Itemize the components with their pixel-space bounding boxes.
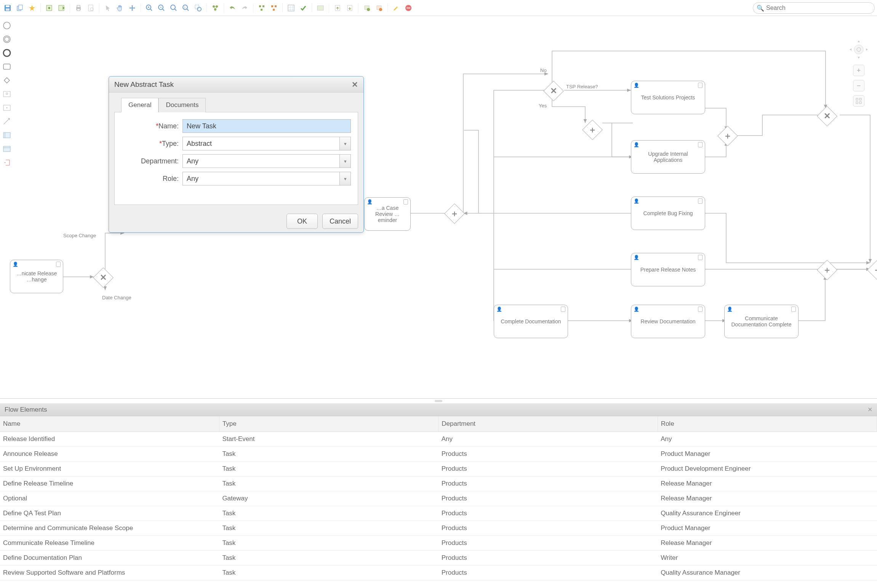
tab-general[interactable]: General	[121, 98, 158, 112]
doc-down-icon[interactable]	[344, 3, 355, 13]
end-event-icon[interactable]	[2, 48, 12, 58]
col-type[interactable]: Type	[219, 416, 438, 432]
table-row[interactable]: Determine and Communicate Release ScopeT…	[0, 521, 877, 536]
save-icon[interactable]	[2, 3, 13, 13]
cell-department: Products	[438, 447, 658, 462]
task-case-review-reminder[interactable]: 👤 …a Case Review …eminder	[364, 197, 411, 231]
svg-rect-44	[4, 78, 10, 83]
dialog-tabs: General Documents	[121, 98, 358, 112]
col-role[interactable]: Role	[658, 416, 877, 432]
task-review-documentation[interactable]: 👤 Review Documentation	[631, 305, 705, 338]
cell-type: Task	[219, 521, 438, 536]
zoom-out-icon[interactable]	[156, 3, 167, 13]
close-icon[interactable]: ✕	[352, 80, 358, 89]
new-icon[interactable]	[27, 3, 37, 13]
layout-icon[interactable]	[210, 3, 221, 13]
table-row[interactable]: Communicate Release TimelineTaskProducts…	[0, 536, 877, 551]
table-row[interactable]: Define Documentation PlanTaskProductsWri…	[0, 551, 877, 566]
validate-icon[interactable]	[298, 3, 309, 13]
svg-point-19	[197, 7, 201, 11]
zoom-fit-icon[interactable]	[168, 3, 179, 13]
task-complete-documentation[interactable]: 👤 Complete Documentation	[494, 305, 568, 338]
swimlane-h-icon[interactable]	[2, 130, 12, 140]
collapsed-subprocess-icon[interactable]	[2, 103, 12, 113]
map-icon[interactable]	[315, 3, 326, 13]
person-icon: 👤	[634, 198, 639, 204]
role-select[interactable]	[182, 172, 339, 185]
task-icon[interactable]	[2, 62, 12, 72]
table-row[interactable]: Define QA Test PlanTaskProductsQuality A…	[0, 506, 877, 521]
annotation-icon[interactable]	[2, 158, 12, 168]
table-row[interactable]: Set Up EnvironmentTaskProductsProduct De…	[0, 462, 877, 476]
cell-type: Task	[219, 566, 438, 580]
panel-resize-handle[interactable]	[0, 399, 877, 403]
pointer-icon[interactable]	[102, 3, 113, 13]
expanded-subprocess-icon[interactable]	[2, 89, 12, 99]
intermediate-event-icon[interactable]	[2, 34, 12, 44]
task-communicate-documentation-complete[interactable]: 👤 Communicate Documentation Complete	[724, 305, 799, 338]
task-communicate-release-change[interactable]: 👤 …nicate Release …hange	[10, 260, 63, 293]
table-row[interactable]: Define Release TimelineTaskProductsRelea…	[0, 476, 877, 491]
swimlane-v-icon[interactable]	[2, 144, 12, 154]
type-select[interactable]	[182, 137, 339, 150]
chevron-down-icon[interactable]: ▾	[339, 137, 351, 150]
doc-icon	[561, 307, 565, 312]
edit-icon[interactable]	[391, 3, 402, 13]
search-field[interactable]: 🔍	[753, 2, 875, 14]
flag-green-icon[interactable]	[362, 3, 372, 13]
preview-icon[interactable]	[85, 3, 96, 13]
person-icon: 👤	[634, 83, 639, 88]
relayout-icon[interactable]	[256, 3, 267, 13]
doc-up-icon[interactable]	[332, 3, 343, 13]
zoom-reset-icon[interactable]: 1	[181, 3, 191, 13]
gateway-icon[interactable]	[2, 75, 12, 85]
task-complete-bug-fixing[interactable]: 👤 Complete Bug Fixing	[631, 197, 705, 230]
table-row[interactable]: OptionalGatewayProductsRelease Manager	[0, 491, 877, 506]
auto-layout-icon[interactable]	[269, 3, 279, 13]
doc-icon	[698, 142, 703, 147]
close-icon[interactable]: ✕	[867, 406, 872, 413]
cell-role: Quality Assurance Manager	[658, 566, 877, 580]
delete-icon[interactable]	[403, 3, 414, 13]
grid-icon[interactable]	[286, 3, 296, 13]
zoom-in-button[interactable]: +	[853, 65, 864, 76]
print-icon[interactable]	[73, 3, 84, 13]
tab-documents[interactable]: Documents	[158, 98, 206, 112]
zoom-out-button[interactable]: −	[853, 80, 864, 91]
chevron-down-icon[interactable]: ▾	[339, 154, 351, 168]
task-prepare-release-notes[interactable]: 👤 Prepare Release Notes	[631, 253, 705, 286]
fit-screen-button[interactable]	[853, 95, 864, 107]
table-row[interactable]: Review Supported Software and PlatformsT…	[0, 566, 877, 580]
move-icon[interactable]	[127, 3, 138, 13]
table-row[interactable]: Announce ReleaseTaskProductsProduct Mana…	[0, 447, 877, 462]
import-icon[interactable]	[44, 3, 54, 13]
table-row[interactable]: Release IdentifiedStart-EventAnyAny	[0, 432, 877, 447]
dialog-titlebar[interactable]: New Abstract Task ✕	[109, 77, 363, 93]
flag-orange-icon[interactable]	[374, 3, 384, 13]
pan-icon[interactable]	[115, 3, 125, 13]
export-icon[interactable]	[56, 3, 67, 13]
cell-department: Products	[438, 476, 658, 491]
copy-icon[interactable]	[14, 3, 25, 13]
col-department[interactable]: Department	[438, 416, 658, 432]
task-upgrade-internal-applications[interactable]: 👤 Upgrade Internal Applications	[631, 140, 705, 174]
connector-icon[interactable]	[2, 117, 12, 126]
shape-palette	[0, 16, 14, 168]
ok-button[interactable]: OK	[286, 214, 318, 229]
chevron-down-icon[interactable]: ▾	[339, 172, 351, 185]
redo-icon[interactable]	[239, 3, 250, 13]
cancel-button[interactable]: Cancel	[322, 214, 358, 229]
col-name[interactable]: Name	[0, 416, 219, 432]
person-icon: 👤	[727, 307, 733, 312]
department-select[interactable]	[182, 154, 339, 168]
panel-title: Flow Elements	[5, 406, 47, 414]
zoom-in-icon[interactable]	[144, 3, 155, 13]
zoom-selection-icon[interactable]	[193, 3, 203, 13]
svg-rect-45	[3, 91, 10, 97]
name-input[interactable]	[182, 119, 351, 133]
cell-name: Set Up Environment	[0, 462, 219, 476]
search-input[interactable]	[753, 2, 875, 14]
start-event-icon[interactable]	[2, 21, 12, 30]
undo-icon[interactable]	[227, 3, 238, 13]
task-test-solutions-projects[interactable]: 👤 Test Solutions Projects	[631, 81, 705, 114]
